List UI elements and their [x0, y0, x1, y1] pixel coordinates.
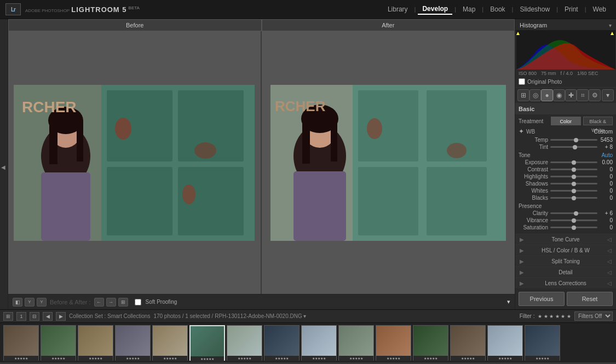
left-panel-arrow[interactable]: ◀	[1, 164, 5, 170]
highlights-row: Highlights 0	[519, 174, 613, 180]
film-thumb-14[interactable]: ★★★★★	[487, 325, 523, 361]
vibrance-slider[interactable]	[550, 219, 597, 221]
copy-btn[interactable]: →	[106, 298, 116, 307]
blacks-value: 0	[597, 195, 613, 201]
film-thumb-5[interactable]: ★★★★★	[152, 325, 188, 361]
contrast-label: Contrast	[519, 166, 550, 172]
wb-row: ✦ WB Custom	[519, 128, 613, 135]
soft-proofing-checkbox[interactable]	[135, 299, 141, 305]
reset-button[interactable]: Reset	[567, 292, 613, 306]
detail-panel[interactable]: ▶ Detail ◁	[515, 267, 616, 278]
nav-slideshow[interactable]: Slideshow	[515, 4, 554, 14]
tool-circle[interactable]: ◎	[529, 89, 542, 101]
saturation-row: Saturation 0	[519, 224, 613, 230]
film-thumb-12[interactable]: ★★★★★	[413, 325, 448, 361]
exposure-slider[interactable]	[550, 161, 597, 163]
filter-select[interactable]: Filters Off	[574, 311, 613, 321]
filmstrip-prev-btn[interactable]: ◀	[43, 312, 53, 321]
split-toning-title: Split Toning	[551, 258, 580, 264]
exposure-label: Exposure	[519, 159, 550, 165]
svg-point-7	[194, 142, 216, 159]
nav-book[interactable]: Book	[486, 4, 509, 14]
nav-develop[interactable]: Develop	[418, 4, 452, 15]
tint-slider[interactable]	[550, 146, 597, 148]
film-thumb-13[interactable]: ★★★★★	[450, 325, 486, 361]
film-thumb-6-selected[interactable]: ★★★★★	[189, 325, 225, 361]
temp-slider[interactable]	[550, 139, 597, 141]
svg-rect-22	[427, 167, 487, 235]
split-toning-panel[interactable]: ▶ Split Toning ◁	[515, 256, 616, 267]
tool-band-aid[interactable]: ✚	[565, 89, 577, 101]
tool-crop[interactable]: ⌗	[577, 89, 589, 101]
nav-web[interactable]: Web	[589, 4, 611, 14]
film-thumb-4[interactable]: ★★★★★	[115, 325, 151, 361]
filmstrip-next-btn[interactable]: ▶	[56, 312, 66, 321]
toolbar-right-arrow[interactable]: ▾	[507, 298, 510, 305]
hsl-title: HSL / Color / B & W	[542, 247, 590, 253]
blacks-slider[interactable]	[550, 197, 597, 199]
film-thumb-9[interactable]: ★★★★★	[301, 325, 337, 361]
wb-value: Custom	[594, 129, 613, 135]
nav-map[interactable]: Map	[458, 4, 480, 14]
basic-panel-header[interactable]: Basic	[515, 103, 616, 114]
film-thumb-15[interactable]: ★★★★★	[525, 325, 560, 361]
film-thumb-10[interactable]: ★★★★★	[338, 325, 374, 361]
lens-corrections-panel[interactable]: ▶ Lens Corrections ◁	[515, 278, 616, 288]
contrast-slider[interactable]	[550, 169, 597, 170]
adobe-label: ADOBE PHOTOSHOP	[25, 8, 70, 13]
whites-row: Whites 0	[519, 188, 613, 194]
svg-rect-3	[107, 167, 172, 235]
split-toning-expand: ◁	[607, 258, 612, 264]
view-mode-btn-1[interactable]: ◧	[13, 298, 22, 307]
bw-treatment-btn[interactable]: Black & White	[583, 117, 613, 125]
histogram-expand[interactable]: ▾	[609, 22, 612, 28]
saturation-value: 0	[597, 224, 613, 230]
clarity-slider[interactable]	[550, 212, 597, 214]
shadows-slider[interactable]	[550, 183, 597, 184]
nav-library[interactable]: Library	[383, 4, 412, 14]
after-photo-image: RCHER	[270, 85, 506, 241]
before-label[interactable]: Before	[8, 19, 262, 31]
settings-btn[interactable]: ⊞	[118, 298, 128, 307]
lens-corrections-toggle: ▶	[520, 280, 524, 286]
eyedropper-icon[interactable]: ✦	[519, 128, 524, 135]
tool-settings[interactable]: ⚙	[589, 89, 601, 101]
after-photo: RCHER	[262, 31, 515, 294]
tone-auto-btn[interactable]: Auto	[601, 152, 613, 158]
nav-print[interactable]: Print	[560, 4, 583, 14]
tool-dot[interactable]: ●	[541, 89, 553, 101]
tone-curve-panel[interactable]: ▶ Tone Curve ◁	[515, 234, 616, 245]
film-thumb-3[interactable]: ★★★★★	[78, 325, 113, 361]
saturation-slider[interactable]	[550, 227, 597, 228]
original-photo-checkbox[interactable]	[519, 78, 525, 85]
hsl-expand: ◁	[607, 247, 612, 253]
film-thumb-7[interactable]: ★★★★★	[227, 325, 262, 361]
highlights-slider[interactable]	[550, 176, 597, 177]
film-thumb-11[interactable]: ★★★★★	[376, 325, 411, 361]
view-labels: Before After	[8, 19, 515, 31]
filmstrip-1up-btn[interactable]: 1	[16, 312, 26, 321]
tool-eye[interactable]: ◉	[553, 89, 565, 101]
film-thumb-8[interactable]: ★★★★★	[264, 325, 300, 361]
hsl-panel[interactable]: ▶ HSL / Color / B & W ◁	[515, 245, 616, 256]
brand-label: ADOBE PHOTOSHOP LIGHTROOM 5 BETA	[25, 5, 140, 14]
view-mode-btn-y2[interactable]: Y	[37, 298, 47, 307]
filmstrip-layout-btn[interactable]: ⊟	[30, 312, 39, 321]
film-thumb-2[interactable]: ★★★★★	[41, 325, 76, 361]
tool-grid[interactable]: ⊞	[517, 89, 529, 101]
shadows-value: 0	[597, 181, 613, 187]
logo-area: Lr ADOBE PHOTOSHOP LIGHTROOM 5 BETA	[5, 3, 140, 15]
tool-arrow[interactable]: ▾	[602, 89, 614, 101]
previous-button[interactable]: Previous	[519, 292, 565, 306]
whites-slider[interactable]	[550, 190, 597, 192]
histogram-header: Histogram ▾	[516, 20, 615, 30]
after-label[interactable]: After	[262, 19, 515, 31]
filmstrip-grid-btn[interactable]: ⊞	[3, 312, 13, 321]
swap-btn[interactable]: ←	[94, 298, 104, 307]
temp-slider-row: Temp 5453	[519, 137, 613, 143]
view-mode-btn-y1[interactable]: Y	[25, 298, 34, 307]
histogram-canvas	[516, 30, 615, 70]
color-treatment-btn[interactable]: Color	[551, 117, 581, 125]
film-thumb-1[interactable]: ★★★★★	[3, 325, 39, 361]
svg-rect-28	[302, 119, 310, 164]
